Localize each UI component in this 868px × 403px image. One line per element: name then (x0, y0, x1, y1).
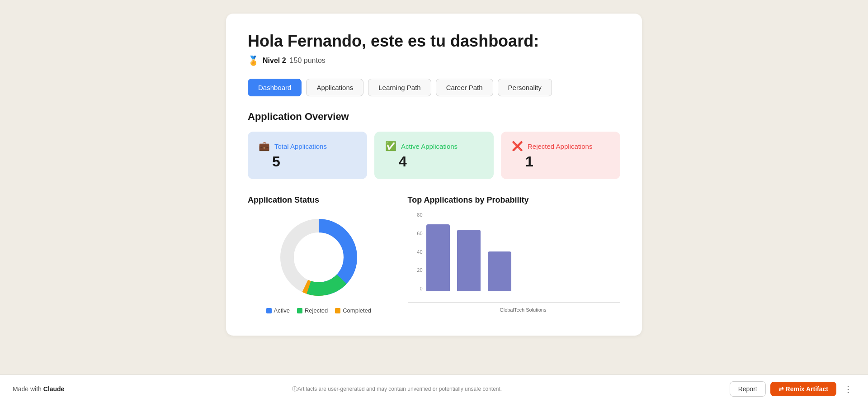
total-header: 💼 Total Applications (259, 141, 356, 152)
total-value: 5 (272, 153, 356, 170)
bar-1 (426, 224, 450, 291)
active-value: 4 (399, 153, 483, 170)
x-circle-icon: ❌ (512, 141, 523, 152)
legend-active-dot (266, 308, 272, 313)
y-axis: 80 60 40 20 0 (408, 212, 425, 291)
dashboard-card: Hola Fernando, este es tu dashboard: 🏅 N… (226, 14, 642, 336)
bar-group-2 (457, 230, 481, 291)
bar-group-1 (426, 224, 450, 291)
made-with-text: Made with (13, 385, 42, 393)
total-applications-card: 💼 Total Applications 5 (248, 132, 367, 179)
legend-active-label: Active (274, 307, 290, 314)
legend-active: Active (266, 307, 290, 314)
check-circle-icon: ✅ (385, 141, 396, 152)
y-label-80: 80 (417, 212, 425, 218)
y-label-20: 20 (417, 267, 425, 273)
y-label-0: 0 (420, 286, 425, 291)
points-text: 150 puntos (290, 57, 326, 65)
active-applications-card: ✅ Active Applications 4 (374, 132, 494, 179)
bar-x-label: GlobalTech Solutions (500, 307, 546, 313)
page-title: Hola Fernando, este es tu dashboard: (248, 32, 620, 51)
total-label: Total Applications (274, 142, 327, 150)
footer-right: Report ⇄ Remix Artifact ⋮ (730, 381, 855, 397)
tabs-row: Dashboard Applications Learning Path Car… (248, 79, 620, 96)
footer-left: Made with Claude (13, 385, 64, 393)
rejected-header: ❌ Rejected Applications (512, 141, 609, 152)
legend-rejected: Rejected (297, 307, 328, 314)
tab-personality[interactable]: Personality (498, 79, 552, 96)
medal-icon: 🏅 (248, 55, 259, 66)
level-row: 🏅 Nivel 2 150 puntos (248, 55, 620, 66)
donut-chart (274, 212, 364, 303)
tab-applications[interactable]: Applications (306, 79, 363, 96)
donut-legend: Active Rejected Completed (266, 307, 372, 314)
tab-learning-path[interactable]: Learning Path (368, 79, 431, 96)
legend-rejected-dot (297, 308, 302, 313)
bar-3 (488, 251, 511, 291)
charts-row: Application Status (248, 195, 620, 314)
active-header: ✅ Active Applications (385, 141, 483, 152)
report-button[interactable]: Report (730, 381, 766, 397)
y-label-40: 40 (417, 249, 425, 255)
tab-career-path[interactable]: Career Path (436, 79, 493, 96)
rejected-label: Rejected Applications (528, 142, 592, 150)
legend-rejected-label: Rejected (305, 307, 328, 314)
legend-completed-label: Completed (343, 307, 371, 314)
status-chart-title: Application Status (248, 195, 390, 205)
remix-button[interactable]: ⇄ Remix Artifact (770, 382, 836, 396)
tab-dashboard[interactable]: Dashboard (248, 79, 302, 96)
legend-completed: Completed (335, 307, 371, 314)
disclaimer-text: ⓘArtifacts are user-generated and may co… (292, 385, 502, 393)
bar-chart-section: Top Applications by Probability 80 60 40… (408, 195, 620, 313)
donut-container: Active Rejected Completed (248, 212, 390, 314)
brand-name: Claude (43, 385, 65, 393)
bar-group-3 (488, 251, 511, 291)
bar-chart-container: 80 60 40 20 0 (408, 212, 620, 313)
level-label: Nivel 2 (263, 57, 286, 65)
footer: Made with Claude ⓘArtifacts are user-gen… (0, 375, 868, 403)
legend-completed-dot (335, 308, 340, 313)
active-label: Active Applications (401, 142, 458, 150)
bar-chart-title: Top Applications by Probability (408, 195, 620, 205)
rejected-applications-card: ❌ Rejected Applications 1 (501, 132, 620, 179)
overview-section-title: Application Overview (248, 111, 620, 123)
footer-center: ⓘArtifacts are user-generated and may co… (292, 385, 502, 393)
status-chart-section: Application Status (248, 195, 390, 314)
y-label-60: 60 (417, 231, 425, 236)
rejected-value: 1 (525, 153, 609, 170)
bar-2 (457, 230, 481, 291)
more-options-button[interactable]: ⋮ (841, 382, 855, 396)
briefcase-icon: 💼 (259, 141, 270, 152)
stats-row: 💼 Total Applications 5 ✅ Active Applicat… (248, 132, 620, 179)
bar-chart-area: 80 60 40 20 0 (408, 212, 620, 303)
